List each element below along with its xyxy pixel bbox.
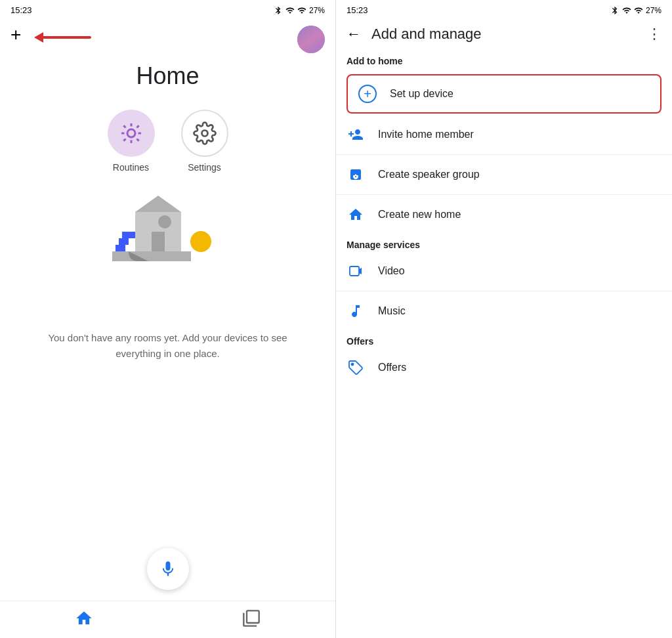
- create-new-home-item[interactable]: Create new home: [336, 198, 672, 232]
- home-title: Home: [0, 62, 335, 90]
- invite-home-member-label: Invite home member: [378, 129, 474, 140]
- right-bluetooth-icon: [610, 6, 620, 15]
- devices-nav-item[interactable]: [242, 609, 261, 627]
- right-status-bar: 15:23 27%: [336, 0, 672, 20]
- bluetooth-icon: [274, 6, 283, 15]
- avatar[interactable]: [297, 26, 325, 53]
- home-nav-icon: [75, 609, 93, 627]
- home-nav-item[interactable]: [75, 609, 93, 627]
- svg-rect-19: [112, 251, 191, 261]
- svg-line-9: [136, 125, 138, 127]
- create-new-home-label: Create new home: [378, 209, 461, 221]
- settings-label: Settings: [188, 162, 221, 173]
- mic-button-area: [0, 548, 335, 590]
- back-button[interactable]: ←: [346, 26, 361, 43]
- left-status-bar: 15:23 27%: [0, 0, 335, 20]
- settings-circle: [181, 110, 228, 157]
- invite-home-member-item[interactable]: Invite home member: [336, 117, 672, 152]
- svg-point-11: [201, 131, 207, 137]
- divider-1: [336, 154, 672, 155]
- more-options-button[interactable]: ⋮: [647, 26, 662, 43]
- create-speaker-group-item[interactable]: Create speaker group: [336, 158, 672, 192]
- left-time: 15:23: [10, 5, 32, 15]
- left-status-icons: 27%: [274, 6, 325, 15]
- video-label: Video: [378, 265, 405, 277]
- video-item[interactable]: Video: [336, 254, 672, 288]
- svg-line-7: [123, 125, 125, 127]
- right-time: 15:23: [346, 5, 368, 15]
- routines-circle: [108, 110, 155, 157]
- svg-rect-16: [116, 245, 125, 251]
- offers-tag-icon: [346, 360, 365, 375]
- divider-2: [336, 194, 672, 195]
- wifi-icon: [297, 6, 306, 15]
- routines-label: Routines: [113, 162, 149, 173]
- offers-label: Offers: [378, 362, 406, 373]
- music-label: Music: [378, 305, 406, 317]
- add-button[interactable]: +: [10, 26, 21, 44]
- home-illustration: [0, 192, 335, 310]
- left-top-bar: +: [0, 20, 335, 49]
- signal-icon: [285, 6, 295, 15]
- music-icon: [346, 303, 365, 319]
- right-wifi-icon: [634, 6, 643, 15]
- right-status-icons: 27%: [610, 6, 662, 15]
- person-add-icon: [346, 127, 365, 142]
- shortcuts-row: Routines Settings: [0, 110, 335, 173]
- video-icon: [346, 263, 365, 279]
- set-up-device-item[interactable]: + Set up device: [346, 74, 662, 114]
- routines-icon: [119, 121, 143, 145]
- red-arrow-indicator: [34, 28, 93, 47]
- svg-point-15: [158, 215, 171, 228]
- routines-shortcut[interactable]: Routines: [108, 110, 155, 173]
- mic-icon: [159, 560, 177, 578]
- plus-circle-icon: +: [358, 85, 377, 103]
- svg-line-8: [136, 138, 138, 140]
- svg-point-2: [127, 129, 135, 137]
- right-battery: 27%: [646, 6, 662, 15]
- left-battery: 27%: [309, 6, 325, 15]
- svg-rect-18: [122, 232, 135, 238]
- speaker-group-icon: [346, 167, 365, 182]
- settings-shortcut[interactable]: Settings: [181, 110, 228, 173]
- right-top-bar: ← Add and manage ⋮: [336, 20, 672, 48]
- svg-rect-17: [119, 238, 129, 245]
- right-signal-icon: [622, 6, 631, 15]
- mic-button[interactable]: [147, 548, 189, 590]
- empty-state-text: You don't have any rooms yet. Add your d…: [0, 330, 335, 362]
- create-speaker-group-label: Create speaker group: [378, 169, 480, 181]
- right-panel: 15:23 27% ← Add and manage ⋮ Add to home…: [336, 0, 672, 638]
- svg-point-20: [190, 231, 211, 252]
- offers-item[interactable]: Offers: [336, 351, 672, 385]
- svg-rect-14: [152, 232, 165, 251]
- set-up-device-label: Set up device: [390, 88, 453, 100]
- music-item[interactable]: Music: [336, 294, 672, 328]
- settings-icon: [193, 121, 217, 145]
- offers-section-label: Offers: [336, 328, 672, 351]
- add-to-home-section-label: Add to home: [336, 48, 672, 70]
- divider-3: [336, 291, 672, 291]
- home-add-icon: [346, 207, 365, 223]
- page-title: Add and manage: [371, 26, 637, 43]
- manage-services-section-label: Manage services: [336, 232, 672, 254]
- svg-marker-1: [34, 32, 43, 43]
- bottom-nav: [0, 601, 335, 638]
- svg-point-23: [352, 364, 354, 366]
- svg-marker-12: [135, 196, 181, 212]
- svg-line-10: [123, 138, 125, 140]
- devices-nav-icon: [242, 609, 261, 627]
- left-panel: 15:23 27% + Home: [0, 0, 336, 638]
- svg-rect-21: [350, 266, 359, 276]
